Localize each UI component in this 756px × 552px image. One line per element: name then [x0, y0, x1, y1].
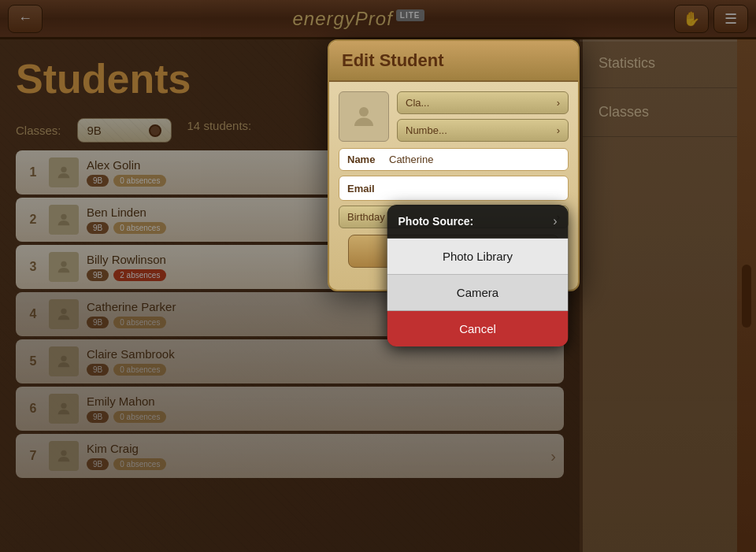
email-input-row[interactable]: Email — [339, 176, 569, 201]
cancel-button[interactable]: Cancel — [387, 311, 569, 346]
modal-fields: Cla... › Numbe... › — [397, 91, 569, 142]
camera-button[interactable]: Camera — [387, 275, 569, 311]
modal-title: Edit Student — [342, 50, 444, 70]
photo-library-button[interactable]: Photo Library — [387, 239, 569, 275]
class-field-arrow: › — [557, 97, 560, 109]
name-input-row[interactable]: Name Catherine — [339, 148, 569, 171]
class-field-label: Cla... — [406, 97, 429, 109]
photo-source-header: Photo Source: › — [387, 205, 569, 239]
modal-avatar[interactable] — [339, 91, 389, 142]
photo-source-popup: Photo Source: › Photo Library Camera Can… — [387, 205, 569, 346]
name-value: Catherine — [389, 154, 433, 165]
svg-point-7 — [359, 107, 369, 117]
number-field-arrow: › — [557, 124, 560, 136]
photo-source-arrow-icon: › — [553, 214, 557, 228]
class-field[interactable]: Cla... › — [397, 91, 569, 114]
name-label: Name — [347, 154, 383, 165]
number-field[interactable]: Numbe... › — [397, 119, 569, 142]
modal-header: Edit Student — [329, 41, 578, 82]
email-label: Email — [347, 183, 375, 194]
photo-source-title: Photo Source: — [398, 215, 474, 228]
birthday-label: Birthday — [347, 211, 385, 223]
modal-photo-row: Cla... › Numbe... › — [339, 91, 569, 142]
number-field-label: Numbe... — [406, 124, 447, 136]
